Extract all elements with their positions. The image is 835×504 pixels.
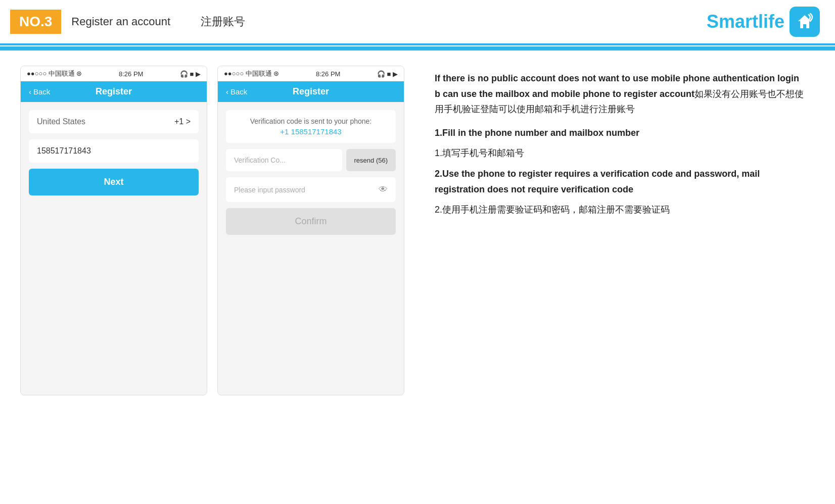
desc-point1-cn: 1.填写手机号和邮箱号 bbox=[435, 148, 524, 158]
status-time-2: 8:26 PM bbox=[316, 70, 340, 78]
status-bar-2: ●●○○○ 中国联通 ⊛ 8:26 PM 🎧 ■ ▶ bbox=[218, 66, 404, 81]
status-left-1: ●●○○○ 中国联通 ⊛ bbox=[27, 69, 82, 78]
main-content: ●●○○○ 中国联通 ⊛ 8:26 PM 🎧 ■ ▶ ‹ Back Regist… bbox=[0, 51, 835, 411]
phone-input[interactable]: 158517171843 bbox=[29, 139, 199, 163]
back-label-1: Back bbox=[33, 87, 50, 96]
logo-icon bbox=[790, 7, 820, 37]
description-section: If there is no public account does not w… bbox=[425, 66, 815, 395]
status-bar-1: ●●○○○ 中国联通 ⊛ 8:26 PM 🎧 ■ ▶ bbox=[21, 66, 207, 81]
back-button-1[interactable]: ‹ Back bbox=[29, 87, 50, 96]
verification-row: Verification Co... resend (56) bbox=[226, 149, 396, 171]
nav-bar-1: ‹ Back Register bbox=[21, 81, 207, 102]
status-right-1: 🎧 ■ ▶ bbox=[180, 70, 201, 78]
password-row: Please input password 👁 bbox=[226, 177, 396, 202]
header-logo: Smartlife bbox=[707, 7, 820, 37]
phone-mockup-1: ●●○○○ 中国联通 ⊛ 8:26 PM 🎧 ■ ▶ ‹ Back Regist… bbox=[20, 66, 207, 395]
eye-icon[interactable]: 👁 bbox=[379, 184, 388, 195]
verification-code-input[interactable]: Verification Co... bbox=[226, 149, 342, 171]
phone-body-1: United States +1 > 158517171843 Next bbox=[21, 102, 207, 395]
status-left-2: ●●○○○ 中国联通 ⊛ bbox=[224, 69, 279, 78]
page-header: NO.3 Register an account 注册账号 Smartlife bbox=[0, 0, 835, 45]
resend-button[interactable]: resend (56) bbox=[346, 149, 396, 171]
status-time-1: 8:26 PM bbox=[119, 70, 143, 78]
verification-notice: Verification code is sent to your phone:… bbox=[226, 110, 396, 143]
logo-text: Smartlife bbox=[707, 11, 784, 32]
desc-point1-en: 1.Fill in the phone number and mailbox n… bbox=[435, 128, 639, 138]
description-point-1-cn: 1.填写手机号和邮箱号 bbox=[435, 145, 805, 161]
nav-bar-2: ‹ Back Register bbox=[218, 81, 404, 102]
header-title: Register an account bbox=[71, 15, 170, 28]
no-badge: NO.3 bbox=[10, 10, 61, 34]
phone-body-2: Verification code is sent to your phone:… bbox=[218, 102, 404, 395]
phone-mockup-2: ●●○○○ 中国联通 ⊛ 8:26 PM 🎧 ■ ▶ ‹ Back Regist… bbox=[217, 66, 404, 395]
description-point-2-cn: 2.使用手机注册需要验证码和密码，邮箱注册不需要验证码 bbox=[435, 202, 805, 218]
back-label-2: Back bbox=[230, 87, 247, 96]
password-input[interactable]: Please input password bbox=[234, 186, 305, 194]
country-code: +1 > bbox=[174, 117, 191, 126]
header-chinese-title: 注册账号 bbox=[201, 14, 245, 29]
desc-point2-cn: 2.使用手机注册需要验证码和密码，邮箱注册不需要验证码 bbox=[435, 205, 670, 215]
description-para-1: If there is no public account does not w… bbox=[435, 71, 805, 117]
verification-notice-text: Verification code is sent to your phone: bbox=[234, 117, 388, 125]
back-button-2[interactable]: ‹ Back bbox=[226, 87, 247, 96]
verification-phone-number: +1 158517171843 bbox=[234, 127, 388, 136]
desc-point2-en: 2.Use the phone to register requires a v… bbox=[435, 169, 760, 194]
country-name: United States bbox=[37, 117, 85, 126]
nav-title-2: Register bbox=[293, 86, 329, 97]
nav-title-1: Register bbox=[96, 86, 132, 97]
blue-divider bbox=[0, 46, 835, 51]
status-right-2: 🎧 ■ ▶ bbox=[377, 70, 398, 78]
phones-section: ●●○○○ 中国联通 ⊛ 8:26 PM 🎧 ■ ▶ ‹ Back Regist… bbox=[20, 66, 404, 395]
description-point-1: 1.Fill in the phone number and mailbox n… bbox=[435, 125, 805, 141]
country-row[interactable]: United States +1 > bbox=[29, 110, 199, 133]
confirm-button[interactable]: Confirm bbox=[226, 208, 396, 235]
description-point-2: 2.Use the phone to register requires a v… bbox=[435, 166, 805, 197]
next-button[interactable]: Next bbox=[29, 169, 199, 195]
